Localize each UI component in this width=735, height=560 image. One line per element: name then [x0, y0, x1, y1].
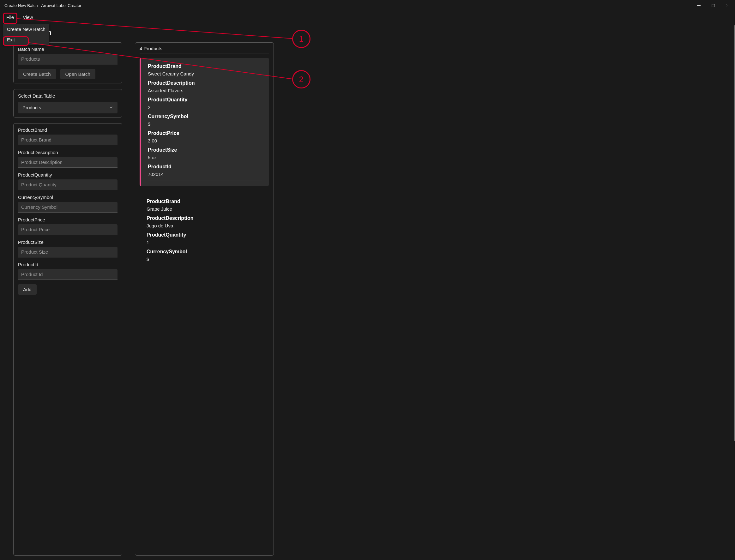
form-input-productid[interactable]: [18, 269, 117, 280]
create-batch-button[interactable]: Create Batch: [18, 69, 56, 79]
product-field-key: ProductSize: [148, 147, 262, 153]
products-panel: 4 Products ProductBrandSweet Creamy Cand…: [135, 42, 274, 556]
scrollbar[interactable]: [734, 25, 735, 558]
maximize-button[interactable]: [706, 0, 720, 11]
data-table-selected: Products: [22, 105, 41, 110]
form-input-productbrand[interactable]: [18, 135, 117, 145]
batch-name-panel: Batch Name Create Batch Open Batch: [13, 42, 122, 83]
titlebar: Create New Batch - Arrowat Label Creator: [0, 0, 735, 11]
product-field-key: ProductId: [148, 164, 262, 170]
close-button[interactable]: [720, 0, 735, 11]
product-field-value: $: [147, 256, 262, 262]
product-field-value: 5 oz: [148, 155, 262, 160]
window-controls: [691, 0, 735, 11]
product-field-value: Assorted Flavors: [148, 88, 262, 93]
form-input-productprice[interactable]: [18, 224, 117, 235]
product-field-key: ProductBrand: [147, 199, 262, 204]
product-field-value: Sweet Creamy Candy: [148, 71, 262, 76]
menu-file[interactable]: File: [2, 12, 18, 22]
form-input-currencysymbol[interactable]: [18, 202, 117, 213]
form-label-currencysymbol: CurrencySymbol: [18, 195, 117, 200]
product-field-value: 3.00: [148, 138, 262, 143]
product-field-value: 1: [147, 240, 262, 245]
page-title: New Batch: [16, 28, 722, 37]
product-field-key: ProductPrice: [148, 130, 262, 136]
product-field-key: ProductQuantity: [148, 97, 262, 103]
product-field-key: ProductDescription: [147, 215, 262, 221]
product-field-key: CurrencySymbol: [148, 114, 262, 119]
product-field-key: ProductDescription: [148, 80, 262, 86]
menu-view[interactable]: View: [18, 12, 37, 22]
form-input-productsize[interactable]: [18, 247, 117, 257]
menu-item-exit[interactable]: Exit: [3, 34, 49, 45]
select-table-label: Select Data Table: [18, 93, 117, 99]
scrollbar-thumb[interactable]: [734, 25, 735, 441]
products-header: 4 Products: [140, 46, 269, 53]
form-label-productquantity: ProductQuantity: [18, 172, 117, 178]
product-card[interactable]: ProductBrandSweet Creamy CandyProductDes…: [140, 58, 269, 186]
window-title: Create New Batch - Arrowat Label Creator: [4, 3, 81, 8]
annotation-circle-1: 1: [292, 30, 310, 48]
chevron-down-icon: [109, 105, 113, 110]
product-field-key: ProductBrand: [148, 63, 262, 69]
form-input-productquantity[interactable]: [18, 179, 117, 190]
product-field-value: 702014: [148, 172, 262, 177]
form-label-productid: ProductId: [18, 262, 117, 267]
batch-name-input[interactable]: [18, 54, 117, 64]
product-form-panel: ProductBrandProductDescriptionProductQua…: [13, 123, 122, 556]
menubar: File View: [0, 11, 735, 24]
batch-name-label: Batch Name: [18, 46, 117, 52]
product-field-key: ProductQuantity: [147, 232, 262, 238]
form-label-productdescription: ProductDescription: [18, 150, 117, 155]
product-field-value: 2: [148, 105, 262, 110]
product-field-value: $: [148, 121, 262, 127]
product-field-value: Jugo de Uva: [147, 223, 262, 228]
select-table-panel: Select Data Table Products: [13, 89, 122, 117]
form-label-productbrand: ProductBrand: [18, 127, 117, 133]
open-batch-button[interactable]: Open Batch: [60, 69, 95, 79]
data-table-select[interactable]: Products: [18, 102, 117, 113]
add-button[interactable]: Add: [18, 284, 37, 295]
svg-rect-1: [712, 4, 715, 7]
form-input-productdescription[interactable]: [18, 157, 117, 168]
menu-item-create-new-batch[interactable]: Create New Batch: [3, 24, 49, 34]
form-label-productsize: ProductSize: [18, 239, 117, 245]
product-card[interactable]: ProductBrandGrape JuiceProductDescriptio…: [140, 193, 269, 268]
form-label-productprice: ProductPrice: [18, 217, 117, 222]
annotation-circle-2: 2: [292, 70, 310, 88]
product-field-value: Grape Juice: [147, 206, 262, 212]
file-menu-dropdown: Create New Batch Exit: [3, 24, 49, 45]
minimize-button[interactable]: [691, 0, 706, 11]
product-field-key: CurrencySymbol: [147, 249, 262, 255]
